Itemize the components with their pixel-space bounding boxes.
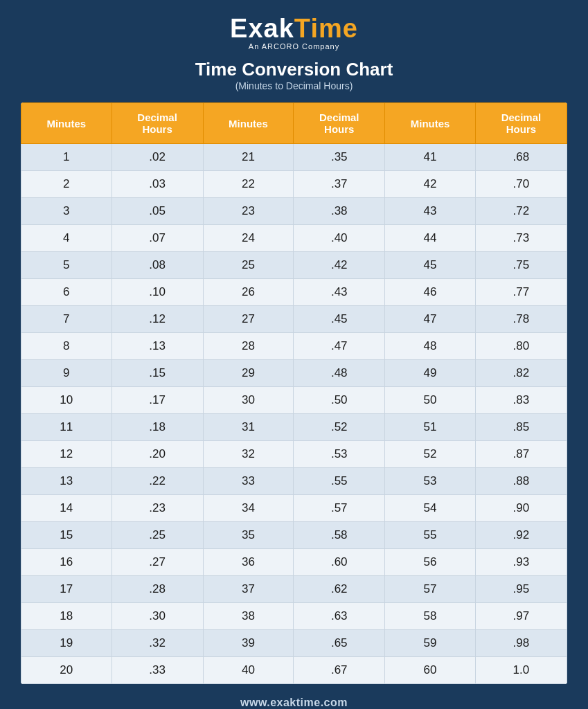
cell-r15-c1: .27 [112, 549, 203, 576]
table-row: 18.3038.6358.97 [21, 603, 567, 630]
cell-r6-c2: 27 [203, 306, 294, 333]
table-row: 8.1328.4748.80 [21, 333, 567, 360]
table-row: 14.2334.5754.90 [21, 495, 567, 522]
cell-r6-c0: 7 [21, 306, 112, 333]
cell-r12-c5: .88 [475, 468, 567, 495]
cell-r19-c4: 60 [385, 657, 476, 684]
cell-r19-c1: .33 [112, 657, 203, 684]
cell-r5-c4: 46 [385, 279, 476, 306]
cell-r1-c1: .03 [112, 171, 203, 198]
table-row: 20.3340.67601.0 [21, 657, 567, 684]
footer-url: www.exaktime.com [240, 697, 348, 709]
cell-r17-c0: 18 [21, 603, 112, 630]
cell-r3-c0: 4 [21, 225, 112, 252]
cell-r15-c5: .93 [475, 549, 567, 576]
cell-r14-c3: .58 [294, 522, 385, 549]
cell-r19-c0: 20 [21, 657, 112, 684]
cell-r3-c3: .40 [294, 225, 385, 252]
cell-r16-c2: 37 [203, 576, 294, 603]
logo: ExakTime [230, 14, 358, 44]
cell-r2-c2: 23 [203, 198, 294, 225]
cell-r19-c5: 1.0 [475, 657, 567, 684]
cell-r13-c2: 34 [203, 495, 294, 522]
cell-r18-c0: 19 [21, 630, 112, 657]
cell-r0-c0: 1 [21, 144, 112, 171]
conversion-table: MinutesDecimalHoursMinutesDecimalHoursMi… [21, 102, 567, 684]
cell-r5-c0: 6 [21, 279, 112, 306]
table-row: 12.2032.5352.87 [21, 441, 567, 468]
cell-r16-c4: 57 [385, 576, 476, 603]
table-row: 19.3239.6559.98 [21, 630, 567, 657]
cell-r12-c1: .22 [112, 468, 203, 495]
cell-r3-c1: .07 [112, 225, 203, 252]
cell-r12-c4: 53 [385, 468, 476, 495]
cell-r15-c0: 16 [21, 549, 112, 576]
cell-r19-c3: .67 [294, 657, 385, 684]
table-row: 7.1227.4547.78 [21, 306, 567, 333]
cell-r1-c3: .37 [294, 171, 385, 198]
cell-r0-c2: 21 [203, 144, 294, 171]
cell-r9-c2: 30 [203, 387, 294, 414]
cell-r17-c5: .97 [475, 603, 567, 630]
cell-r16-c1: .28 [112, 576, 203, 603]
cell-r4-c1: .08 [112, 252, 203, 279]
cell-r18-c2: 39 [203, 630, 294, 657]
cell-r1-c2: 22 [203, 171, 294, 198]
cell-r2-c1: .05 [112, 198, 203, 225]
logo-tagline: An ARCORO Company [249, 42, 339, 51]
cell-r3-c2: 24 [203, 225, 294, 252]
logo-time: Time [294, 14, 358, 43]
cell-r8-c2: 29 [203, 360, 294, 387]
table-row: 1.0221.3541.68 [21, 144, 567, 171]
cell-r6-c1: .12 [112, 306, 203, 333]
cell-r19-c2: 40 [203, 657, 294, 684]
cell-r14-c0: 15 [21, 522, 112, 549]
table-row: 10.1730.5050.83 [21, 387, 567, 414]
cell-r10-c4: 51 [385, 414, 476, 441]
cell-r17-c2: 38 [203, 603, 294, 630]
cell-r17-c4: 58 [385, 603, 476, 630]
logo-exak: Exak [230, 14, 294, 43]
cell-r11-c1: .20 [112, 441, 203, 468]
cell-r7-c2: 28 [203, 333, 294, 360]
column-header-3: DecimalHours [294, 103, 385, 144]
cell-r8-c0: 9 [21, 360, 112, 387]
cell-r14-c1: .25 [112, 522, 203, 549]
cell-r11-c5: .87 [475, 441, 567, 468]
table-row: 9.1529.4849.82 [21, 360, 567, 387]
cell-r10-c5: .85 [475, 414, 567, 441]
cell-r18-c4: 59 [385, 630, 476, 657]
column-header-5: DecimalHours [475, 103, 567, 144]
cell-r12-c2: 33 [203, 468, 294, 495]
cell-r10-c3: .52 [294, 414, 385, 441]
cell-r1-c4: 42 [385, 171, 476, 198]
cell-r7-c1: .13 [112, 333, 203, 360]
cell-r11-c3: .53 [294, 441, 385, 468]
cell-r10-c1: .18 [112, 414, 203, 441]
cell-r4-c4: 45 [385, 252, 476, 279]
column-header-1: DecimalHours [112, 103, 203, 144]
cell-r9-c0: 10 [21, 387, 112, 414]
table-row: 11.1831.5251.85 [21, 414, 567, 441]
cell-r13-c4: 54 [385, 495, 476, 522]
cell-r9-c1: .17 [112, 387, 203, 414]
cell-r12-c3: .55 [294, 468, 385, 495]
cell-r10-c2: 31 [203, 414, 294, 441]
cell-r15-c3: .60 [294, 549, 385, 576]
cell-r0-c3: .35 [294, 144, 385, 171]
cell-r3-c4: 44 [385, 225, 476, 252]
column-header-2: Minutes [203, 103, 294, 144]
cell-r7-c4: 48 [385, 333, 476, 360]
table-row: 16.2736.6056.93 [21, 549, 567, 576]
cell-r15-c2: 36 [203, 549, 294, 576]
table-row: 13.2233.5553.88 [21, 468, 567, 495]
cell-r16-c3: .62 [294, 576, 385, 603]
cell-r8-c4: 49 [385, 360, 476, 387]
cell-r4-c5: .75 [475, 252, 567, 279]
cell-r10-c0: 11 [21, 414, 112, 441]
cell-r8-c1: .15 [112, 360, 203, 387]
cell-r0-c5: .68 [475, 144, 567, 171]
cell-r14-c5: .92 [475, 522, 567, 549]
cell-r15-c4: 56 [385, 549, 476, 576]
logo-area: ExakTime An ARCORO Company [230, 14, 358, 51]
